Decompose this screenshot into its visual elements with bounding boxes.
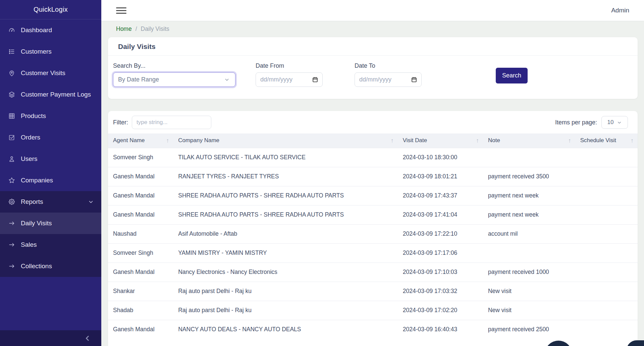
company-name-cell: Asif Automobile - Aftab: [173, 224, 398, 243]
search-form: Search By... By Date Range Date From dd/…: [108, 56, 638, 99]
visit-date-cell: 2024-03-09 17:43:37: [398, 186, 483, 205]
customers-icon: [7, 48, 16, 55]
table-row[interactable]: Ganesh Mandal RANJEET TYRES - RANJEET TY…: [108, 167, 638, 186]
sidebar-item-collections[interactable]: Collections: [0, 255, 101, 277]
daily-visits-page: QuickLogix DashboardCustomersCustomer Vi…: [0, 0, 644, 346]
date-to-group: Date To dd/mm/yyyy: [355, 62, 422, 87]
agent-name-cell: Somveer Singh: [108, 243, 173, 263]
search-card: Daily Visits Search By... By Date Range …: [108, 37, 638, 99]
table-row[interactable]: Somveer Singh TILAK AUTO SERVICE - TILAK…: [108, 148, 638, 167]
company-name-cell: TILAK AUTO SERVICE - TILAK AUTO SERVICE: [173, 148, 398, 167]
items-per-page: Items per page: 10: [555, 116, 628, 129]
search-by-select[interactable]: By Date Range: [113, 72, 235, 87]
sidebar-item-label: Collections: [21, 263, 52, 270]
schedule-visit-cell: [575, 301, 638, 320]
company-name-cell: Raj auto parst Delhi - Raj ku: [173, 301, 398, 320]
breadcrumb-current: Daily Visits: [141, 25, 169, 33]
note-cell: New visit: [483, 282, 575, 301]
sidebar-item-reports[interactable]: Reports: [0, 191, 101, 213]
breadcrumb-home-link[interactable]: Home: [116, 25, 132, 33]
date-to-input[interactable]: dd/mm/yyyy: [355, 72, 422, 87]
note-cell: payment next week: [483, 186, 575, 205]
table-row[interactable]: Somveer Singh YAMIN MISTRY - YAMIN MISTR…: [108, 243, 638, 263]
sidebar-footer: [0, 330, 101, 346]
table-row[interactable]: Ganesh Mandal Nancy Electronics - Nancy …: [108, 263, 638, 282]
collapse-sidebar-icon[interactable]: [84, 335, 91, 342]
calendar-icon[interactable]: [411, 76, 417, 83]
topbar: Admin: [101, 0, 644, 21]
sidebar-item-orders[interactable]: Orders: [0, 127, 101, 148]
table-row[interactable]: Ganesh Mandal SHREE RADHA AUTO PARTS - S…: [108, 186, 638, 205]
items-per-page-value: 10: [607, 119, 614, 126]
sort-asc-icon[interactable]: ↑: [568, 137, 572, 144]
chevron-down-icon: [88, 199, 94, 205]
search-by-group: Search By... By Date Range: [113, 62, 235, 87]
search-by-label: Search By...: [113, 62, 235, 69]
company-name-cell: Nancy Electronics - Nancy Electronics: [173, 263, 398, 282]
check-square-icon: [7, 134, 16, 141]
visit-date-cell: 2024-03-09 17:10:03: [398, 263, 483, 282]
sort-asc-icon[interactable]: ↑: [166, 137, 170, 144]
agent-name-cell: Naushad: [108, 224, 173, 243]
company-name-cell: YAMIN MISTRY - YAMIN MISTRY: [173, 243, 398, 263]
note-cell: New visit: [483, 301, 575, 320]
schedule-visit-cell: [575, 320, 638, 339]
sidebar-item-companies[interactable]: Companies: [0, 170, 101, 191]
dashboard-icon: [7, 26, 16, 34]
sidebar-item-sales[interactable]: Sales: [0, 234, 101, 255]
column-header-company-name[interactable]: Company Name↑: [173, 133, 398, 148]
visits-table-body: Somveer Singh TILAK AUTO SERVICE - TILAK…: [108, 148, 638, 339]
column-header-note[interactable]: Note↑: [483, 133, 575, 148]
hamburger-menu-icon[interactable]: [116, 7, 126, 14]
sidebar-item-customers[interactable]: Customers: [0, 41, 101, 62]
table-row[interactable]: Ganesh Mandal NANCY AUTO DEALS - NANCY A…: [108, 320, 638, 339]
visit-date-cell: 2024-03-09 16:40:43: [398, 320, 483, 339]
filter-input[interactable]: [132, 116, 211, 129]
user-menu[interactable]: Admin: [611, 7, 629, 14]
sidebar-item-label: Reports: [21, 198, 43, 206]
sidebar-item-users[interactable]: Users: [0, 148, 101, 170]
visit-date-cell: 2024-03-09 18:01:21: [398, 167, 483, 186]
table-row[interactable]: Shankar Raj auto parst Delhi - Raj ku 20…: [108, 282, 638, 301]
grid-icon: [7, 112, 16, 120]
note-cell: [483, 148, 575, 167]
sort-asc-icon[interactable]: ↑: [391, 137, 394, 144]
sidebar-item-daily-visits[interactable]: Daily Visits: [0, 213, 101, 234]
app-logo: QuickLogix: [0, 0, 101, 19]
date-to-label: Date To: [355, 62, 422, 69]
sidebar-item-customer-payment-logs[interactable]: Customer Payment Logs: [0, 84, 101, 105]
company-name-cell: Raj auto parst Delhi - Raj ku: [173, 282, 398, 301]
arrow-right-icon: [7, 220, 16, 227]
column-header-agent-name[interactable]: Agent Name↑: [108, 133, 173, 148]
sort-asc-icon[interactable]: ↑: [631, 137, 634, 144]
main-content: Admin Home / Daily Visits Daily Visits S…: [101, 0, 644, 346]
sidebar-item-products[interactable]: Products: [0, 105, 101, 127]
agent-name-cell: Shankar: [108, 282, 173, 301]
company-name-cell: RANJEET TYRES - RANJEET TYRES: [173, 167, 398, 186]
column-header-visit-date[interactable]: Visit Date↑: [398, 133, 483, 148]
table-row[interactable]: Shadab Raj auto parst Delhi - Raj ku 202…: [108, 301, 638, 320]
schedule-visit-cell: [575, 148, 638, 167]
date-from-input[interactable]: dd/mm/yyyy: [256, 72, 323, 87]
items-per-page-select[interactable]: 10: [601, 116, 628, 129]
agent-name-cell: Shadab: [108, 301, 173, 320]
sort-asc-icon[interactable]: ↑: [476, 137, 480, 144]
table-row[interactable]: Ganesh Mandal SHREE RADHA AUTO PARTS - S…: [108, 205, 638, 224]
sidebar-item-dashboard[interactable]: Dashboard: [0, 19, 101, 41]
sidebar-item-customer-visits[interactable]: Customer Visits: [0, 62, 101, 84]
breadcrumb: Home / Daily Visits: [101, 21, 644, 37]
date-from-label: Date From: [256, 62, 323, 69]
calendar-icon[interactable]: [312, 76, 318, 83]
search-by-value: By Date Range: [118, 76, 159, 83]
agent-name-cell: Ganesh Mandal: [108, 320, 173, 339]
schedule-visit-cell: [575, 186, 638, 205]
sidebar-item-label: Sales: [21, 241, 37, 248]
visit-date-cell: 2024-03-09 17:02:20: [398, 301, 483, 320]
sidebar-main-items: DashboardCustomersCustomer VisitsCustome…: [0, 19, 101, 191]
search-button[interactable]: Search: [496, 68, 528, 83]
column-header-schedule-visit[interactable]: Schedule Visit↑: [575, 133, 638, 148]
chevron-down-icon: [617, 120, 622, 125]
table-row[interactable]: Naushad Asif Automobile - Aftab 2024-03-…: [108, 224, 638, 243]
page-title: Daily Visits: [108, 37, 638, 56]
note-cell: account mil: [483, 224, 575, 243]
